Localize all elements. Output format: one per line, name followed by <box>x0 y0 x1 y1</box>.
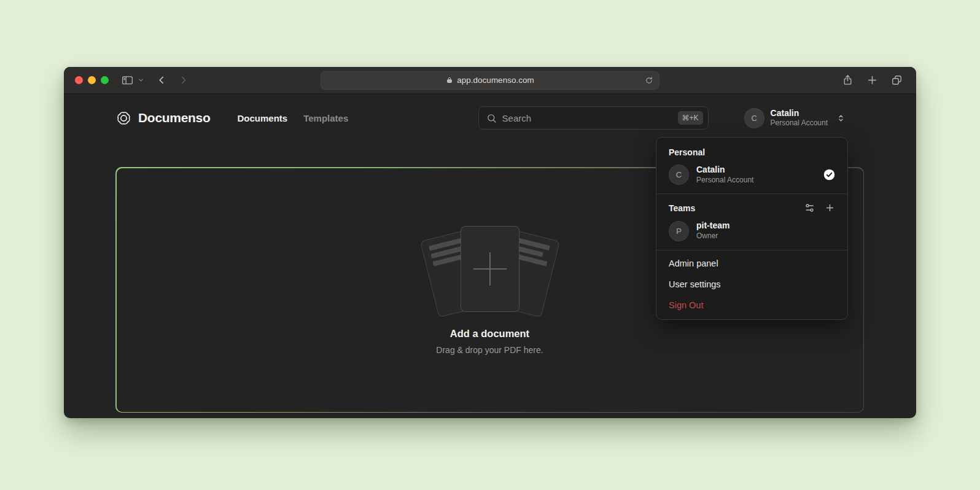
search-input[interactable]: Search ⌘+K <box>478 106 709 130</box>
manage-teams-icon[interactable] <box>804 203 815 213</box>
titlebar-right-actions <box>842 74 903 86</box>
team-avatar: P <box>669 221 689 241</box>
forward-button[interactable] <box>178 75 189 85</box>
search-icon <box>486 113 497 123</box>
documenso-logo-icon <box>115 110 132 126</box>
account-name: Catalin <box>771 108 828 119</box>
menu-account-subtitle: Personal Account <box>696 176 753 185</box>
add-team-icon[interactable] <box>825 203 835 213</box>
chevrons-up-down-icon <box>836 114 846 123</box>
avatar: C <box>744 108 764 128</box>
plus-icon <box>473 252 507 286</box>
menu-item-admin-panel[interactable]: Admin panel <box>656 253 847 274</box>
share-icon[interactable] <box>842 74 854 86</box>
reload-button[interactable] <box>645 76 653 85</box>
selected-check-icon <box>823 169 835 181</box>
lock-icon <box>446 76 453 84</box>
team-role: Owner <box>696 231 729 241</box>
teams-heading-label: Teams <box>669 203 695 213</box>
empty-document-illustration <box>422 225 558 317</box>
account-menu-button[interactable]: C Catalin Personal Account <box>744 108 846 128</box>
browser-window: app.documenso.com <box>64 67 916 418</box>
minimize-window-button[interactable] <box>88 76 96 84</box>
account-dropdown-menu: Personal C Catalin Personal Account Team… <box>656 137 848 320</box>
menu-personal-account-item[interactable]: C Catalin Personal Account <box>656 161 847 191</box>
menu-team-item[interactable]: P pit-team Owner <box>656 217 847 247</box>
sidebar-toggle-icon[interactable] <box>121 74 134 87</box>
menu-separator <box>656 193 847 194</box>
avatar: C <box>669 165 689 185</box>
close-window-button[interactable] <box>75 76 83 84</box>
brand-name: Documenso <box>138 111 211 125</box>
search-placeholder: Search <box>502 113 532 123</box>
menu-item-user-settings[interactable]: User settings <box>656 274 847 295</box>
teams-section-heading: Teams <box>656 196 847 217</box>
browser-titlebar: app.documenso.com <box>64 67 916 94</box>
nav-templates[interactable]: Templates <box>303 113 348 123</box>
dropzone-title: Add a document <box>450 328 529 340</box>
zoom-window-button[interactable] <box>101 76 109 84</box>
team-name: pit-team <box>696 220 729 231</box>
address-bar[interactable]: app.documenso.com <box>321 71 659 90</box>
document-card-add <box>461 226 519 312</box>
search-shortcut-badge: ⌘+K <box>678 111 703 125</box>
chevron-down-icon[interactable] <box>138 77 144 84</box>
back-button[interactable] <box>157 75 167 85</box>
nav-documents[interactable]: Documents <box>238 113 288 123</box>
app-header: Documenso Documents Templates Search ⌘+K… <box>64 94 916 142</box>
personal-section-heading: Personal <box>656 141 847 161</box>
menu-account-name: Catalin <box>696 165 753 175</box>
tab-overview-icon[interactable] <box>891 74 903 86</box>
account-subtitle: Personal Account <box>771 119 828 128</box>
dropzone-subtitle: Drag & drop your PDF here. <box>436 345 543 355</box>
brand-logo[interactable]: Documenso <box>115 110 211 126</box>
menu-item-sign-out[interactable]: Sign Out <box>656 295 847 316</box>
new-tab-icon[interactable] <box>866 74 878 86</box>
menu-separator <box>656 250 847 251</box>
window-controls <box>75 76 109 84</box>
main-nav: Documents Templates <box>238 113 349 123</box>
address-text: app.documenso.com <box>457 76 534 85</box>
